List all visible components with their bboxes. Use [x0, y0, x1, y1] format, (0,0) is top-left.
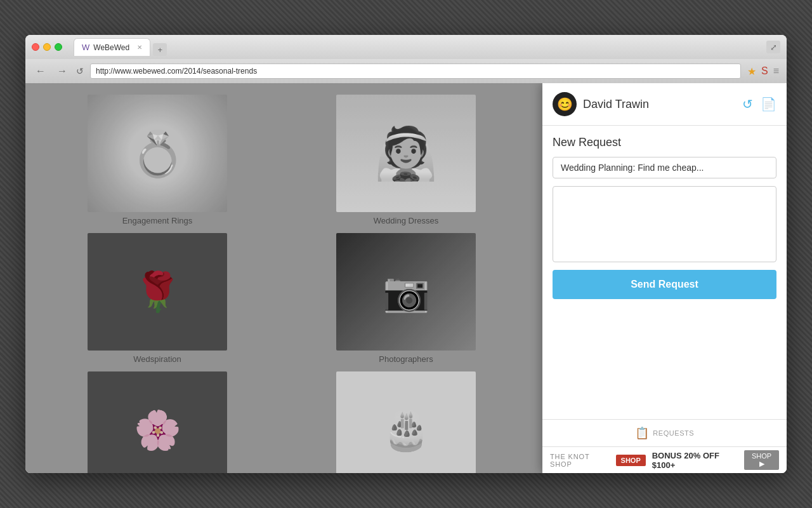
- request-title-input[interactable]: [553, 157, 776, 178]
- close-button[interactable]: [32, 43, 39, 51]
- grid-item-cakes[interactable]: Cakes: [282, 368, 530, 473]
- browser-content: Engagement Rings Wedding Dresses Recepti…: [25, 83, 787, 473]
- photographers-image: [336, 233, 476, 351]
- flowers-image: [88, 371, 227, 473]
- titlebar: W WeBeWed ✕ + ⤢: [25, 35, 787, 59]
- wedspiration-image: [88, 233, 227, 351]
- grid-item-engagement-rings[interactable]: Engagement Rings: [33, 91, 282, 229]
- wedspiration-label: Wedspiration: [133, 354, 181, 364]
- ad-bar-label: THE KNOT SHOP: [550, 453, 610, 468]
- ad-promo-text: BONUS 20% OFF $100+: [652, 451, 738, 470]
- request-body-textarea[interactable]: [553, 186, 776, 262]
- ad-shop-button-1[interactable]: SHOP: [616, 455, 646, 466]
- address-input[interactable]: http://www.webewed.com/2014/seasonal-tre…: [90, 64, 741, 79]
- send-request-button[interactable]: Send Request: [553, 270, 776, 299]
- chat-header-icons: ↺ 📄: [742, 97, 776, 112]
- url-text: http://www.webewed.com/2014/seasonal-tre…: [96, 67, 257, 76]
- avatar-emoji: 😊: [557, 97, 573, 112]
- grid-item-flowers[interactable]: Flowers: [33, 368, 282, 473]
- forward-button[interactable]: →: [55, 64, 70, 78]
- new-request-heading: New Request: [553, 136, 776, 149]
- refresh-button[interactable]: ↺: [76, 66, 84, 76]
- bookmark-icon[interactable]: ★: [747, 65, 756, 77]
- chat-panel: 😊 David Trawin ↺ 📄 New Request Send Requ…: [542, 83, 787, 473]
- minimize-button[interactable]: [43, 43, 51, 51]
- engagement-rings-image: [88, 95, 227, 212]
- tab-bar: W WeBeWed ✕ +: [74, 38, 761, 56]
- engagement-rings-label: Engagement Rings: [122, 216, 193, 225]
- grid-item-wedding-dresses[interactable]: Wedding Dresses: [282, 91, 530, 229]
- chat-body: New Request Send Request: [542, 126, 787, 419]
- addressbar: ← → ↺ http://www.webewed.com/2014/season…: [25, 59, 787, 83]
- avatar: 😊: [553, 92, 577, 116]
- toolbar-icons: ★ S ≡: [747, 65, 779, 77]
- ad-bar: THE KNOT SHOP SHOP BONUS 20% OFF $100+ S…: [542, 446, 787, 473]
- back-button[interactable]: ←: [33, 64, 48, 78]
- refresh-chat-button[interactable]: ↺: [742, 97, 753, 112]
- tab-title: WeBeWed: [93, 43, 129, 52]
- chat-document-button[interactable]: 📄: [761, 97, 776, 112]
- menu-icon[interactable]: ≡: [773, 65, 779, 77]
- wedding-dresses-label: Wedding Dresses: [374, 216, 438, 225]
- tab-favicon: W: [82, 43, 89, 52]
- fullscreen-button[interactable]: ⤢: [766, 41, 780, 53]
- wedding-dresses-image: [336, 95, 476, 212]
- traffic-lights: [32, 43, 62, 51]
- new-tab-button[interactable]: +: [153, 43, 167, 56]
- requests-icon: 📋: [635, 426, 650, 440]
- grid-item-photographers[interactable]: Photographers: [282, 229, 530, 368]
- cakes-image: [336, 371, 476, 473]
- grid-item-wedspiration[interactable]: Wedspiration: [33, 229, 282, 368]
- tab-close-button[interactable]: ✕: [137, 44, 142, 51]
- ad-shop-button-2[interactable]: SHOP ▶: [744, 450, 779, 470]
- photographers-label: Photographers: [379, 354, 433, 364]
- requests-footer-label: REQUESTS: [653, 429, 694, 437]
- extension-icon[interactable]: S: [761, 65, 768, 77]
- chat-footer: 📋 REQUESTS: [542, 419, 787, 446]
- chat-username: David Trawin: [583, 98, 736, 111]
- browser-tab[interactable]: W WeBeWed ✕: [74, 38, 150, 56]
- maximize-button[interactable]: [55, 43, 62, 51]
- chat-header: 😊 David Trawin ↺ 📄: [542, 83, 787, 126]
- browser-window: W WeBeWed ✕ + ⤢ ← → ↺ http://www.webewed…: [25, 35, 787, 473]
